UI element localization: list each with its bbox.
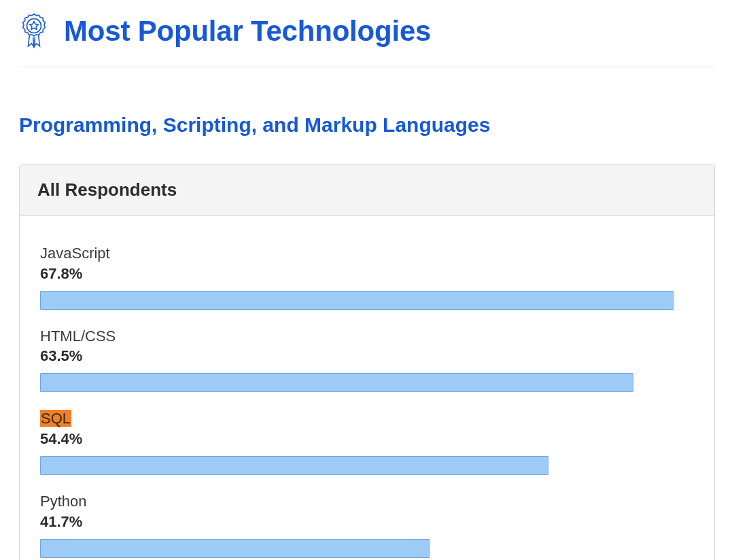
bar-label: HTML/CSS bbox=[40, 328, 116, 345]
bar-track bbox=[40, 373, 694, 392]
results-panel: All Respondents JavaScript67.8%HTML/CSS6… bbox=[19, 164, 715, 560]
section-heading: Programming, Scripting, and Markup Langu… bbox=[19, 113, 715, 137]
bar-fill bbox=[40, 539, 430, 558]
page-title: Most Popular Technologies bbox=[64, 15, 431, 48]
bar-label: JavaScript bbox=[40, 245, 110, 262]
page-header: Most Popular Technologies bbox=[19, 0, 715, 67]
bar-row: SQL54.4% bbox=[40, 408, 694, 475]
bar-fill bbox=[40, 456, 548, 475]
bar-fill bbox=[40, 291, 674, 310]
panel-header: All Respondents bbox=[20, 164, 714, 216]
bar-label: SQL bbox=[40, 410, 71, 427]
bar-row: JavaScript67.8% bbox=[40, 243, 694, 310]
panel-title: All Respondents bbox=[37, 179, 177, 200]
bar-value: 67.8% bbox=[40, 265, 694, 283]
bar-value: 63.5% bbox=[40, 347, 694, 365]
bar-track bbox=[40, 291, 694, 310]
bar-track bbox=[40, 539, 694, 558]
page-root: Most Popular Technologies Programming, S… bbox=[0, 0, 734, 560]
bar-value: 41.7% bbox=[40, 513, 694, 531]
bar-row: Python41.7% bbox=[40, 491, 694, 558]
bar-label: Python bbox=[40, 493, 87, 510]
award-ribbon-icon bbox=[19, 12, 49, 50]
bar-list: JavaScript67.8%HTML/CSS63.5%SQL54.4%Pyth… bbox=[20, 216, 714, 560]
bar-row: HTML/CSS63.5% bbox=[40, 326, 694, 393]
bar-track bbox=[40, 456, 694, 475]
bar-value: 54.4% bbox=[40, 430, 694, 448]
bar-fill bbox=[40, 373, 633, 392]
